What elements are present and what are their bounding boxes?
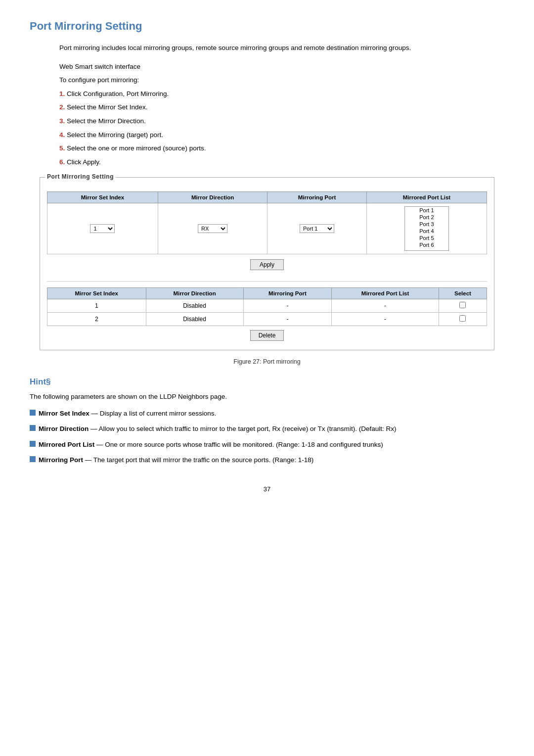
hint-item-text: Mirrored Port List — One or more source …: [39, 439, 383, 450]
hint-item-text: Mirroring Port — The target port that wi…: [39, 455, 313, 466]
hint-item-3: Mirroring Port — The target port that wi…: [30, 455, 504, 466]
summary-col-mirroring-port: Mirroring Port: [243, 288, 332, 299]
index-cell: 1 2 3 4: [47, 203, 158, 254]
summary-table: Mirror Set Index Mirror Direction Mirror…: [47, 287, 487, 326]
list-item: Port 2: [405, 214, 448, 221]
config-intro: To configure port mirroring:: [59, 75, 504, 86]
list-item: Port 4: [405, 228, 448, 235]
step-5: 5. Select the one or more mirrored (sour…: [59, 143, 504, 154]
step-2-num: 2.: [59, 103, 65, 111]
checkbox-cell[interactable]: [439, 313, 487, 326]
hint-bullet-icon: [30, 425, 36, 431]
col-header-mirroring-port: Mirroring Port: [267, 192, 367, 203]
figure-caption: Figure 27: Port mirroring: [30, 358, 504, 365]
hint-items: Mirror Set Index — Display a list of cur…: [30, 408, 504, 466]
hint-term: Mirrored Port List: [39, 441, 94, 448]
mirrored-port-listbox[interactable]: Port 1 Port 2 Port 3 Port 4 Port 5 Port …: [404, 206, 449, 251]
step-4-text: Select the Mirroring (target) port.: [67, 131, 163, 139]
col-header-mirror-direction: Mirror Direction: [158, 192, 267, 203]
step-6-num: 6.: [59, 158, 65, 166]
step-6: 6. Click Apply.: [59, 157, 504, 168]
hint-term: Mirror Direction: [39, 425, 89, 432]
checkbox-cell[interactable]: [439, 299, 487, 313]
step-5-text: Select the one or more mirrored (source)…: [67, 144, 206, 152]
hint-intro: The following parameters are shown on th…: [30, 392, 504, 402]
hint-term: Mirror Set Index: [39, 410, 89, 417]
summary-col-select: Select: [439, 288, 487, 299]
hint-item-0: Mirror Set Index — Display a list of cur…: [30, 408, 504, 419]
mirroring-port-cell: Port 1 Port 2 Port 3 Port 4 Port 5 Port …: [267, 203, 367, 254]
table-cell-index: 1: [47, 299, 146, 313]
mirroring-port-select[interactable]: Port 1 Port 2 Port 3 Port 4 Port 5 Port …: [300, 224, 334, 233]
intro-label: Web Smart switch interface: [59, 61, 504, 72]
setting-box-title: Port Mirroring Setting: [45, 173, 116, 180]
step-3: 3. Select the Mirror Direction.: [59, 116, 504, 127]
step-6-text: Click Apply.: [67, 158, 101, 166]
summary-col-direction: Mirror Direction: [146, 288, 243, 299]
col-header-mirror-set-index: Mirror Set Index: [47, 192, 158, 203]
list-item: Port 3: [405, 221, 448, 228]
list-item: Port 1: [405, 207, 448, 214]
delete-row: Delete: [47, 326, 487, 343]
step-5-num: 5.: [59, 144, 65, 152]
table-cell-direction: Disabled: [146, 299, 243, 313]
description-text: Port mirroring includes local mirroring …: [59, 43, 504, 53]
step-4-num: 4.: [59, 131, 65, 139]
step-3-text: Select the Mirror Direction.: [67, 117, 146, 125]
form-table: Mirror Set Index Mirror Direction Mirror…: [47, 191, 487, 254]
step-4: 4. Select the Mirroring (target) port.: [59, 130, 504, 141]
table-row: 2Disabled--: [47, 313, 487, 326]
step-2: 2. Select the Mirror Set Index.: [59, 102, 504, 113]
list-item: Port 5: [405, 235, 448, 241]
hint-term: Mirroring Port: [39, 456, 83, 464]
hint-item-text: Mirror Direction — Allow you to select w…: [39, 424, 396, 434]
table-cell-mirroring_port: -: [243, 299, 332, 313]
mirror-direction-select[interactable]: RX TX Both: [198, 224, 227, 233]
apply-row: Apply: [47, 254, 487, 272]
step-1-text: Click Configuration, Port Mirroring.: [67, 90, 169, 97]
list-item: Port 6: [405, 241, 448, 248]
table-cell-direction: Disabled: [146, 313, 243, 326]
hint-bullet-icon: [30, 410, 36, 416]
step-1-num: 1.: [59, 90, 65, 97]
table-cell-mirrored_port_list: -: [332, 299, 439, 313]
form-section: Mirror Set Index Mirror Direction Mirror…: [47, 188, 487, 276]
delete-button[interactable]: Delete: [250, 330, 284, 341]
page-title: Port Mirroring Setting: [30, 20, 504, 33]
divider: [47, 281, 487, 282]
hint-bullet-icon: [30, 456, 36, 462]
page-number: 37: [30, 485, 504, 493]
step-3-num: 3.: [59, 117, 65, 125]
hint-item-text: Mirror Set Index — Display a list of cur…: [39, 408, 216, 419]
direction-cell: RX TX Both: [158, 203, 267, 254]
row-checkbox[interactable]: [459, 302, 466, 308]
hint-bullet-icon: [30, 441, 36, 447]
row-checkbox[interactable]: [459, 315, 466, 322]
hint-item-2: Mirrored Port List — One or more source …: [30, 439, 504, 450]
hint-section: Hint§ The following parameters are shown…: [30, 377, 504, 466]
step-2-text: Select the Mirror Set Index.: [67, 103, 148, 111]
hint-item-1: Mirror Direction — Allow you to select w…: [30, 424, 504, 434]
table-cell-index: 2: [47, 313, 146, 326]
hint-title: Hint§: [30, 377, 504, 387]
table-row: 1Disabled--: [47, 299, 487, 313]
summary-col-mirrored-list: Mirrored Port List: [332, 288, 439, 299]
col-header-mirrored-port-list: Mirrored Port List: [366, 192, 487, 203]
mirrored-port-list-cell: Port 1 Port 2 Port 3 Port 4 Port 5 Port …: [366, 203, 487, 254]
summary-col-index: Mirror Set Index: [47, 288, 146, 299]
port-mirroring-setting-box: Port Mirroring Setting Mirror Set Index …: [40, 177, 494, 350]
table-cell-mirroring_port: -: [243, 313, 332, 326]
table-cell-mirrored_port_list: -: [332, 313, 439, 326]
step-1: 1. Click Configuration, Port Mirroring.: [59, 89, 504, 99]
apply-button[interactable]: Apply: [250, 259, 284, 270]
mirror-set-index-select[interactable]: 1 2 3 4: [90, 224, 115, 233]
